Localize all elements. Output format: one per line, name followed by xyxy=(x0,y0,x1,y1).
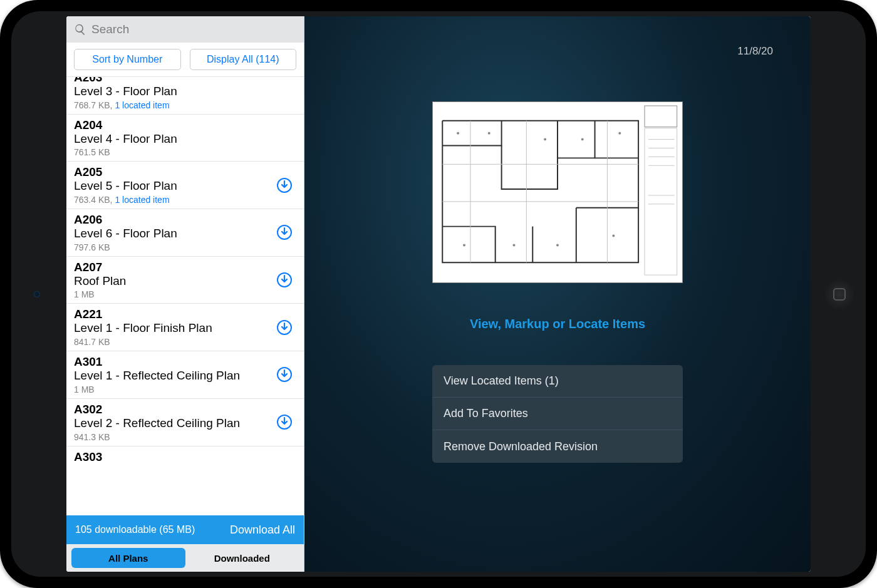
svg-point-27 xyxy=(556,244,559,246)
plan-number: A303 xyxy=(74,450,296,463)
plan-title: Level 1 - Floor Finish Plan xyxy=(74,321,296,335)
search-input[interactable]: Search xyxy=(66,16,304,43)
search-icon xyxy=(74,23,86,36)
plan-number: A206 xyxy=(74,213,296,227)
svg-point-23 xyxy=(581,138,584,141)
plan-size: 763.4 KB, 1 located item xyxy=(74,195,296,205)
svg-point-25 xyxy=(463,244,465,246)
search-placeholder: Search xyxy=(91,23,129,36)
tab-all-plans[interactable]: All Plans xyxy=(71,548,185,568)
download-icon[interactable] xyxy=(276,319,293,336)
sort-by-number-button[interactable]: Sort by Number xyxy=(74,49,181,70)
plan-item[interactable]: A301Level 1 - Reflected Ceiling Plan1 MB xyxy=(66,351,304,399)
home-button[interactable] xyxy=(823,278,856,311)
plan-size: 797.6 KB xyxy=(74,242,296,252)
download-icon[interactable] xyxy=(276,414,293,430)
plan-size: 1 MB xyxy=(74,384,296,395)
download-icon[interactable] xyxy=(276,272,293,288)
plan-actions-group: View Located Items (1) Add To Favorites … xyxy=(432,365,683,463)
located-item-link[interactable]: 1 located item xyxy=(115,195,169,205)
download-icon[interactable] xyxy=(276,177,293,193)
view-markup-locate-button[interactable]: View, Markup or Locate Items xyxy=(470,317,645,331)
downloadable-count: 105 downloadable (65 MB) xyxy=(75,524,195,535)
svg-point-24 xyxy=(618,132,621,135)
plan-title: Level 6 - Floor Plan xyxy=(74,227,296,240)
svg-point-22 xyxy=(544,138,546,141)
plan-title: Level 3 - Floor Plan xyxy=(74,85,296,98)
svg-point-21 xyxy=(488,132,490,135)
plan-thumbnail[interactable] xyxy=(432,101,683,283)
segmented-control: All Plans Downloaded xyxy=(66,544,304,572)
plan-item[interactable]: A302Level 2 - Reflected Ceiling Plan941.… xyxy=(66,399,304,446)
front-camera xyxy=(34,291,40,297)
plan-size: 941.3 KB xyxy=(74,432,296,442)
plan-detail-pane: 11/8/20 xyxy=(304,16,811,572)
plan-item[interactable]: A206Level 6 - Floor Plan797.6 KB xyxy=(66,209,304,257)
plan-title: Level 4 - Floor Plan xyxy=(74,132,296,146)
download-icon[interactable] xyxy=(276,366,293,383)
plan-title: Roof Plan xyxy=(74,274,296,288)
plan-item[interactable]: A204Level 4 - Floor Plan761.5 KB xyxy=(66,115,304,162)
plan-title: Level 2 - Reflected Ceiling Plan xyxy=(74,416,296,430)
plan-number: A221 xyxy=(74,307,296,321)
remove-downloaded-revision-button[interactable]: Remove Downloaded Revision xyxy=(432,430,683,463)
plan-title: Level 1 - Reflected Ceiling Plan xyxy=(74,369,296,383)
plan-number: A204 xyxy=(74,118,296,132)
plan-number: A207 xyxy=(74,260,296,274)
tab-downloaded[interactable]: Downloaded xyxy=(185,548,299,568)
plans-sidebar: Search Sort by Number Display All (114) … xyxy=(66,16,304,572)
plan-size: 1 MB xyxy=(74,289,296,299)
plan-size: 768.7 KB, 1 located item xyxy=(74,100,296,110)
plan-list[interactable]: A203Level 3 - Floor Plan768.7 KB, 1 loca… xyxy=(66,77,304,515)
plan-item[interactable]: A221Level 1 - Floor Finish Plan841.7 KB xyxy=(66,304,304,351)
plan-item[interactable]: A303 xyxy=(66,446,304,463)
download-all-button[interactable]: Download All xyxy=(230,524,295,537)
download-bar: 105 downloadable (65 MB) Download All xyxy=(66,515,304,544)
svg-point-26 xyxy=(512,244,515,246)
plan-number: A203 xyxy=(74,77,296,85)
plan-number: A302 xyxy=(74,403,296,416)
plan-item[interactable]: A207Roof Plan1 MB xyxy=(66,257,304,304)
plan-size: 841.7 KB xyxy=(74,337,296,347)
svg-point-28 xyxy=(612,235,615,237)
located-item-link[interactable]: 1 located item xyxy=(115,100,169,110)
plan-title: Level 5 - Floor Plan xyxy=(74,179,296,193)
plan-number: A301 xyxy=(74,355,296,369)
display-all-button[interactable]: Display All (114) xyxy=(190,49,297,70)
add-to-favorites-button[interactable]: Add To Favorites xyxy=(432,398,683,430)
plan-item[interactable]: A203Level 3 - Floor Plan768.7 KB, 1 loca… xyxy=(66,77,304,115)
plan-number: A205 xyxy=(74,165,296,179)
download-icon[interactable] xyxy=(276,224,293,240)
svg-point-20 xyxy=(457,132,459,135)
view-located-items-button[interactable]: View Located Items (1) xyxy=(432,365,683,398)
plan-size: 761.5 KB xyxy=(74,147,296,157)
plan-date: 11/8/20 xyxy=(737,45,773,58)
plan-item[interactable]: A205Level 5 - Floor Plan763.4 KB, 1 loca… xyxy=(66,162,304,209)
